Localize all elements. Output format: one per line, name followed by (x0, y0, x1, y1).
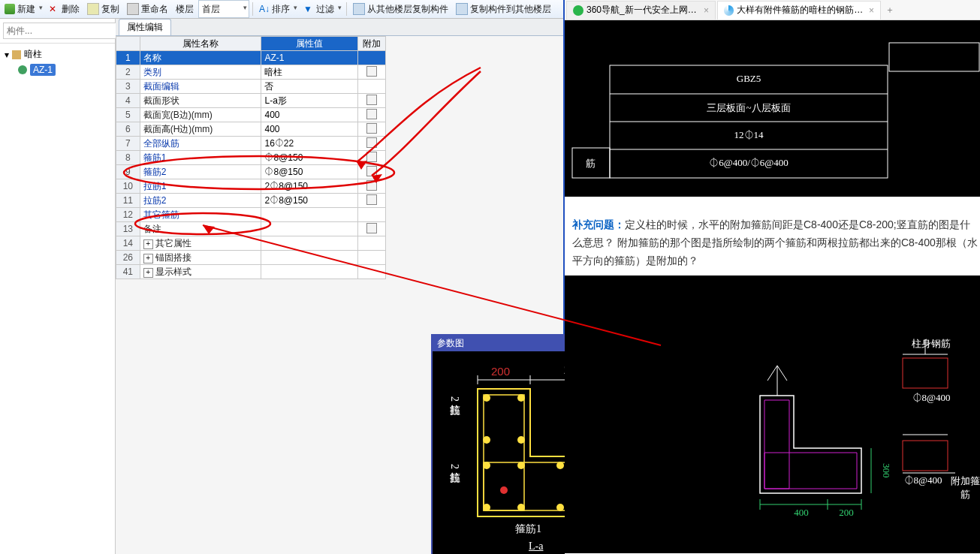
close-icon[interactable]: × (869, 5, 874, 16)
row-number: 8 (116, 151, 140, 165)
first-layer-select[interactable]: 首层 (198, 0, 249, 18)
label-tie2: 拉筋2 (448, 464, 461, 469)
prop-name: 备注 (140, 222, 261, 236)
cad-text: 筋 (575, 157, 605, 170)
prop-extra (357, 51, 385, 65)
row-number: 4 (116, 94, 140, 108)
prop-value[interactable] (261, 251, 357, 265)
table-row[interactable]: 7全部纵筋16⏀22 (116, 137, 386, 151)
table-row[interactable]: 1名称AZ-1 (116, 51, 386, 65)
close-icon[interactable]: × (704, 5, 709, 16)
browser-tab[interactable]: 360导航_新一代安全上网导航 × (566, 1, 716, 20)
new-button[interactable]: 新建 (2, 1, 44, 17)
tree-label: 暗柱 (24, 48, 42, 61)
separator-icon (346, 2, 347, 16)
checkbox[interactable] (366, 223, 377, 233)
prop-extra (357, 94, 385, 108)
svg-point-9 (517, 504, 525, 511)
prop-value[interactable]: ⏀8@150 (261, 165, 357, 179)
table-row[interactable]: 4截面形状L-a形 (116, 94, 386, 108)
expand-icon[interactable]: + (143, 254, 153, 263)
checkbox[interactable] (366, 66, 377, 77)
prop-name: 截面高(H边)(mm) (140, 122, 261, 137)
prop-extra (357, 265, 385, 279)
svg-point-1 (517, 394, 525, 402)
browser-tab[interactable]: 大样有附件箍筋的暗柱的钢筋如何 × (717, 1, 881, 20)
tab-strip: 属性编辑 (116, 19, 563, 36)
table-row[interactable]: 2类别暗柱 (116, 65, 386, 80)
checkbox[interactable] (366, 123, 377, 134)
layer-button[interactable]: 楼层 (173, 1, 197, 17)
copy-icon (87, 3, 99, 15)
prop-value[interactable] (261, 222, 357, 236)
prop-value[interactable]: AZ-1 (261, 51, 357, 65)
checkbox[interactable] (366, 109, 377, 119)
prop-value[interactable]: 否 (261, 80, 357, 94)
filter-icon: ▼ (303, 4, 314, 14)
tab-property-edit[interactable]: 属性编辑 (119, 19, 171, 35)
row-number: 1 (116, 51, 140, 65)
prop-value[interactable]: 2⏀8@150 (261, 179, 357, 194)
checkbox[interactable] (366, 180, 377, 191)
prop-value[interactable]: ⏀8@150 (261, 151, 357, 165)
table-row[interactable]: 8箍筋1⏀8@150 (116, 151, 386, 165)
component-tree-panel: 🔍 ▾ 暗柱 AZ-1 (0, 19, 116, 554)
delete-button[interactable]: ✕删除 (46, 1, 83, 17)
prop-value[interactable] (261, 236, 357, 251)
table-row[interactable]: 6截面高(H边)(mm)400 (116, 122, 386, 137)
filter-button[interactable]: ▼过滤 (300, 1, 343, 17)
cad-text: ⏀6@400/⏀6@400 (610, 157, 888, 169)
new-tab-button[interactable]: ＋ (881, 4, 899, 17)
collapse-icon: ▾ (5, 50, 9, 60)
cad-text: ⏀8@400 (901, 392, 961, 404)
expand-icon[interactable]: + (143, 268, 153, 278)
table-row[interactable]: 3截面编辑否 (116, 80, 386, 94)
table-row[interactable]: 5截面宽(B边)(mm)400 (116, 108, 386, 122)
prop-name: +其它属性 (140, 236, 261, 251)
import-icon (353, 3, 365, 15)
copy-button[interactable]: 复制 (84, 1, 122, 17)
table-row[interactable]: 9箍筋2⏀8@150 (116, 165, 386, 179)
checkbox[interactable] (366, 194, 377, 205)
checkbox[interactable] (366, 152, 377, 162)
svg-point-5 (517, 462, 525, 469)
svg-point-0 (483, 394, 490, 402)
prop-value[interactable] (261, 265, 357, 279)
prop-value[interactable]: 16⏀22 (261, 137, 357, 151)
copy-to-layer-button[interactable]: 复制构件到其他楼层 (453, 1, 554, 17)
rename-icon (127, 3, 139, 15)
tab-title: 大样有附件箍筋的暗柱的钢筋如何 (737, 4, 864, 17)
header-prop-value: 属性值 (261, 37, 357, 51)
prop-value[interactable]: 400 (261, 108, 357, 122)
sort-button[interactable]: A↓排序 (256, 1, 299, 17)
checkbox[interactable] (366, 137, 377, 148)
tree-node-child[interactable]: AZ-1 (5, 62, 110, 77)
table-row[interactable]: 11拉筋22⏀8@150 (116, 194, 386, 208)
table-row[interactable]: 14+其它属性 (116, 236, 386, 251)
table-row[interactable]: 13备注 (116, 222, 386, 236)
svg-rect-35 (903, 358, 948, 388)
prop-name: +显示样式 (140, 265, 261, 279)
search-input[interactable] (3, 23, 123, 39)
prop-name: 类别 (140, 65, 261, 80)
row-number: 9 (116, 165, 140, 179)
tree-node-root[interactable]: ▾ 暗柱 (5, 47, 110, 62)
rename-button[interactable]: 重命名 (124, 1, 171, 17)
cad-text: 柱身钢筋 (901, 337, 961, 351)
prop-value[interactable]: 2⏀8@150 (261, 194, 357, 208)
prop-value[interactable]: 400 (261, 122, 357, 137)
expand-icon[interactable]: + (143, 239, 153, 249)
prop-extra (357, 194, 385, 208)
prop-value[interactable]: L-a形 (261, 94, 357, 108)
table-row[interactable]: 10拉筋12⏀8@150 (116, 179, 386, 194)
prop-name: 截面形状 (140, 94, 261, 108)
copy-from-layer-button[interactable]: 从其他楼层复制构件 (350, 1, 451, 17)
prop-value[interactable] (261, 208, 357, 222)
checkbox[interactable] (366, 166, 377, 176)
prop-value[interactable]: 暗柱 (261, 65, 357, 80)
cad-text: ⏀8@400 (897, 474, 949, 486)
table-row[interactable]: 26+锚固搭接 (116, 251, 386, 265)
checkbox[interactable] (366, 95, 377, 105)
table-row[interactable]: 41+显示样式 (116, 265, 386, 279)
table-row[interactable]: 12其它箍筋 (116, 208, 386, 222)
